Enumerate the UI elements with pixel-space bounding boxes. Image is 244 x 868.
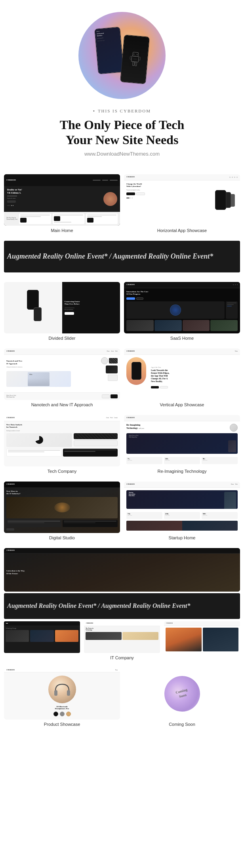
title-line1: The Only Piece of Tech (60, 118, 185, 132)
coming-soon-text: ComingSoon (175, 688, 189, 700)
ri-nav: CYBERDOM (124, 415, 240, 421)
coming-soon-circle: ComingSoon (160, 672, 204, 716)
pr-content: DJ BluetoothHeadphones Pro (4, 672, 120, 720)
hero-section: ■ ■ ■ AI-PoweredInterface ━━━━━━━━ Next … (0, 0, 244, 174)
va-content: App of the Year Look Towards theFuture W… (124, 355, 240, 400)
showcase-divided-slider[interactable]: Connecting EasierThan Ever Before Next g… (4, 282, 120, 341)
showcase-saas-home[interactable]: CYBERDOM Innovations Are The CoreOf Our … (124, 282, 240, 341)
marquee-row-1: Augmented Reality Online Event* / Augmen… (4, 241, 240, 274)
tc-content: New Data Analysisfor Nanotech Pushing bo… (4, 421, 120, 466)
ri-content: Re-ImaginingTechnology with you What's N… (124, 421, 240, 466)
preview-saas-home: CYBERDOM Innovations Are The CoreOf Our … (124, 282, 240, 333)
slider-right: Connecting EasierThan Ever Before Next g… (62, 282, 120, 333)
showcase-reimagining[interactable]: CYBERDOM Re-ImaginingTechnology with you… (124, 415, 240, 474)
slider-left (4, 282, 62, 333)
divided-slider-label: Divided Slider (4, 336, 120, 341)
svg-rect-10 (67, 690, 70, 696)
nanotech-label: Nanotech and New IT Approach (4, 402, 120, 407)
title-line2: Your New Site Needs (66, 133, 179, 147)
preview-main-home: CYBERDOM Reality or Not'VR Edition 5. Ex… (4, 174, 120, 226)
svg-line-8 (133, 59, 137, 59)
nav-top: CYBERDOM (124, 174, 240, 181)
saas-nav: CYBERDOM (124, 282, 240, 288)
svg-rect-3 (135, 62, 137, 66)
showcase-it-2-small[interactable]: CYBERDOM The Nexus inTechnology (84, 621, 160, 655)
preview-reimagining: CYBERDOM Re-ImaginingTechnology with you… (124, 415, 240, 466)
phone-right (120, 34, 150, 84)
phone-left: ■ ■ ■ AI-PoweredInterface ━━━━━━━━ Next … (94, 27, 124, 74)
pr-nav: CYBERDOM Shop (4, 668, 120, 672)
content-area: Reality or Not'VR Edition 5. Explore the… (4, 186, 120, 212)
row-6: CYBERDOM Shop DJ BluetoothHeadphones Pro (4, 668, 240, 727)
phone-mockup-container: ■ ■ ■ AI-PoweredInterface ━━━━━━━━ Next … (96, 24, 148, 87)
startup-stat-3: 90% Total Work (202, 512, 238, 519)
showcase-vertical-app[interactable]: CYBERDOM Menu App of the Year Look Towar… (124, 348, 240, 407)
stats-row: 75+ Total Work 250+ Total Work 90+ Total… (126, 457, 238, 464)
preview-tech-company: CYBERDOM About Work Contact New Data Ana… (4, 415, 120, 466)
mini-card-2 (53, 213, 84, 224)
nanotech-nav: CYBERDOM Home About Work (4, 348, 120, 355)
marquee-augmented: Augmented Reality Online Event* / Augmen… (4, 241, 240, 272)
st-nav: CYBERDOM Home Work (124, 482, 240, 488)
tech-company-label: Tech Company (4, 469, 120, 474)
top-bar: CYBERDOM (4, 174, 120, 186)
showcase-horizontal-app[interactable]: CYBERDOM Change the WorldWith Cyberdom? … (124, 174, 240, 233)
stat-3: 90+ Total Work (202, 457, 238, 464)
phone-right-screen (120, 35, 149, 84)
preview-startup: CYBERDOM Home Work StartupInnovationHub … (124, 482, 240, 533)
site-url: www.DownloadNewThemes.com (84, 151, 160, 157)
product-label: Product Showcase (4, 722, 120, 727)
cyberdom-way-row: CYBERDOM Cyberdom is the WayOf the Futur… (4, 548, 240, 660)
showcase-nanotech[interactable]: CYBERDOM Home About Work Nanotech and Ne… (4, 348, 120, 407)
row-3: CYBERDOM Home About Work Nanotech and Ne… (4, 348, 240, 407)
showcase-product[interactable]: CYBERDOM Shop DJ BluetoothHeadphones Pro (4, 668, 120, 727)
mini-card-3 (86, 213, 118, 224)
preview-divided-slider: Connecting EasierThan Ever Before Next g… (4, 282, 120, 333)
preview-product: CYBERDOM Shop DJ BluetoothHeadphones Pro (4, 668, 120, 720)
stat-2: 250+ Total Work (164, 457, 200, 464)
mini-card-1 (19, 213, 51, 224)
phone-left-screen: ■ ■ ■ AI-PoweredInterface ━━━━━━━━ Next … (95, 27, 124, 74)
app-text: Change the WorldWith Cyberdom? Transform… (126, 183, 212, 223)
bottom-photos (126, 320, 238, 331)
svg-point-6 (133, 53, 134, 55)
startup-label: Startup Home (124, 535, 240, 540)
saas-main: Innovations Are The CoreOf Our Progress (124, 288, 240, 333)
preview-it-2-small: CYBERDOM The Nexus inTechnology (84, 621, 160, 653)
marquee-strip-1: Augmented Reality Online Event* / Augmen… (4, 241, 240, 272)
robot-illustration (128, 51, 141, 68)
showcase-tech-company[interactable]: CYBERDOM About Work Contact New Data Ana… (4, 415, 120, 474)
showcase-startup[interactable]: CYBERDOM Home Work StartupInnovationHub … (124, 482, 240, 540)
preview-it-3-small: CYBERDOM (164, 621, 240, 653)
preview-vertical-app: CYBERDOM Menu App of the Year Look Towar… (124, 348, 240, 400)
nanotech-content: Nanotech and NewIT Approach Advanced sol… (4, 355, 120, 392)
preview-horizontal-app: CYBERDOM Change the WorldWith Cyberdom? … (124, 174, 240, 226)
marquee-text-cyberdom: Augmented Reality Online Event* / Augmen… (7, 602, 191, 609)
cyberdom-way-bottom: ■■■ Technology Design CYBERDO (4, 621, 240, 655)
svg-rect-2 (132, 62, 134, 66)
showcase-coming-soon: ComingSoon Coming Soon (124, 668, 240, 727)
svg-rect-4 (130, 56, 132, 59)
tagline-text: THIS IS CYBERDOM (98, 108, 151, 113)
gradient-circle (126, 357, 146, 385)
left-text: Reality or Not'VR Edition 5. Explore the… (4, 186, 100, 212)
preview-cyberdom: CYBERDOM Cyberdom is the WayOf the Futur… (4, 548, 240, 592)
app-content: Change the WorldWith Cyberdom? Transform… (124, 181, 240, 226)
row-2: Connecting EasierThan Ever Before Next g… (4, 282, 240, 341)
horizontal-app-label: Horizontal App Showcase (124, 228, 240, 233)
showcase-it-3-small[interactable]: CYBERDOM (164, 621, 240, 655)
ds-nav: CYBERDOM (4, 482, 120, 488)
startup-stat-2: 250+ Total Work (164, 512, 200, 519)
showcase-digital-studio[interactable]: CYBERDOM Next Wave inthe IT Industry? (4, 482, 120, 540)
bottom-strip: The Next Step InVirtual Reality Tech (4, 212, 120, 226)
stat-1: 75+ Total Work (126, 457, 162, 464)
showcase-it-small[interactable]: ■■■ Technology Design (4, 621, 80, 655)
st-content: StartupInnovationHub 2024 75k Total Work… (124, 488, 240, 533)
showcase-main-home[interactable]: CYBERDOM Reality or Not'VR Edition 5. Ex… (4, 174, 120, 233)
marquee-text-1: Augmented Reality Online Event* / Augmen… (7, 252, 213, 261)
startup-stat-1: 75k Total Work (126, 512, 162, 519)
tc-nav: CYBERDOM About Work Contact (4, 415, 120, 421)
preview-digital-studio: CYBERDOM Next Wave inthe IT Industry? (4, 482, 120, 533)
headphones-icon (52, 680, 72, 699)
vertical-app-label: Vertical App Showcase (124, 402, 240, 407)
